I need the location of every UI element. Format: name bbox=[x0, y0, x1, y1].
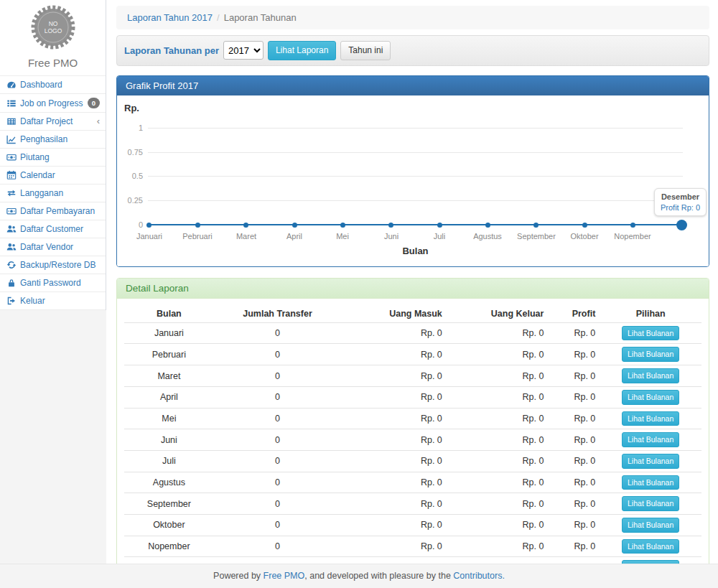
cell-uang-masuk: Rp. 0 bbox=[341, 322, 447, 344]
sidebar-menu: Dashboard Job on Progress 0 Daftar Proje… bbox=[0, 76, 106, 310]
x-axis-label: Bulan bbox=[149, 246, 681, 256]
sidebar-item-job-on-progress[interactable]: Job on Progress 0 bbox=[0, 94, 106, 113]
cell-jumlah-transfer: 0 bbox=[214, 493, 341, 515]
sidebar-item-daftar-project[interactable]: Daftar Project ‹ bbox=[0, 113, 106, 131]
view-month-button[interactable]: Lihat Bulanan bbox=[622, 454, 679, 469]
sidebar-item-langganan[interactable]: Langganan bbox=[0, 185, 106, 202]
col-header-uang-keluar: Uang Keluar bbox=[447, 305, 549, 323]
data-point bbox=[533, 223, 538, 228]
cell-uang-masuk: Rp. 0 bbox=[341, 344, 447, 365]
view-month-button[interactable]: Lihat Bulanan bbox=[622, 432, 679, 447]
gridline bbox=[148, 200, 683, 201]
sidebar-item-label: Keluar bbox=[20, 296, 45, 306]
table-row: Maret 0 Rp. 0 Rp. 0 Rp. 0 Lihat Bulanan bbox=[124, 365, 701, 387]
table-row: Juli 0 Rp. 0 Rp. 0 Rp. 0 Lihat Bulanan bbox=[124, 450, 701, 472]
table-icon bbox=[6, 116, 17, 126]
data-point bbox=[195, 223, 200, 228]
sidebar-item-label: Langganan bbox=[20, 188, 63, 198]
cell-bulan: Oktober bbox=[124, 514, 214, 536]
view-month-button[interactable]: Lihat Bulanan bbox=[622, 368, 679, 383]
sidebar-item-daftar-pembayaran[interactable]: Daftar Pembayaran bbox=[0, 202, 106, 220]
data-point bbox=[243, 223, 248, 228]
y-tick-label: 0.5 bbox=[118, 172, 143, 180]
no-logo-badge: NO LOGO bbox=[31, 5, 75, 50]
cell-profit: Rp. 0 bbox=[548, 408, 600, 429]
x-tick-label: Oktober bbox=[559, 232, 610, 241]
view-month-button[interactable]: Lihat Bulanan bbox=[622, 390, 679, 405]
cell-uang-keluar: Rp. 0 bbox=[447, 429, 549, 451]
cell-uang-keluar: Rp. 0 bbox=[447, 408, 549, 429]
sidebar-item-piutang[interactable]: Piutang bbox=[0, 149, 106, 167]
footer-text: , and developed with pleasure by the bbox=[304, 571, 453, 581]
x-tick-label: Agustus bbox=[462, 232, 513, 241]
sidebar-item-dashboard[interactable]: Dashboard bbox=[0, 76, 106, 94]
footer-brand-link[interactable]: Free PMO bbox=[264, 571, 305, 581]
view-month-button[interactable]: Lihat Bulanan bbox=[622, 496, 679, 511]
detail-panel-title: Detail Laporan bbox=[117, 279, 709, 299]
footer-contributors-link[interactable]: Contributors. bbox=[453, 571, 505, 581]
cell-profit: Rp. 0 bbox=[548, 429, 600, 451]
breadcrumb: Laporan Tahun 2017/Laporan Tahunan bbox=[116, 6, 709, 29]
brand-name: Free PMO bbox=[0, 57, 106, 69]
svg-text:NO: NO bbox=[48, 20, 57, 27]
sidebar-item-backup-restore[interactable]: Backup/Restore DB bbox=[0, 256, 106, 274]
x-tick-label: Nopember bbox=[607, 232, 658, 241]
sidebar-item-daftar-vendor[interactable]: Daftar Vendor bbox=[0, 238, 106, 256]
tooltip-month: Desember bbox=[661, 192, 700, 201]
x-tick-label: Mei bbox=[317, 232, 368, 241]
cell-profit: Rp. 0 bbox=[548, 322, 600, 344]
cell-bulan: Pebruari bbox=[124, 344, 214, 365]
col-header-uang-masuk: Uang Masuk bbox=[341, 305, 447, 323]
sidebar-item-daftar-customer[interactable]: Daftar Customer bbox=[0, 220, 106, 238]
cell-profit: Rp. 0 bbox=[548, 450, 600, 472]
breadcrumb-link-laporan-tahun[interactable]: Laporan Tahun 2017 bbox=[127, 12, 213, 23]
cell-bulan: Mei bbox=[124, 408, 214, 429]
table-row: Januari 0 Rp. 0 Rp. 0 Rp. 0 Lihat Bulana… bbox=[124, 322, 701, 344]
cell-uang-masuk: Rp. 0 bbox=[341, 536, 447, 557]
year-select[interactable]: 2017 bbox=[223, 41, 264, 60]
profit-line-chart: Rp. 1 0.75 0.5 0.25 0 Januari bbox=[117, 95, 709, 266]
cell-uang-keluar: Rp. 0 bbox=[447, 386, 549, 408]
view-month-button[interactable]: Lihat Bulanan bbox=[622, 347, 679, 362]
x-tick-label: April bbox=[269, 232, 320, 241]
sidebar-item-label: Penghasilan bbox=[20, 134, 67, 144]
cell-profit: Rp. 0 bbox=[548, 472, 600, 493]
gridline bbox=[148, 176, 683, 177]
data-point-highlighted[interactable] bbox=[676, 220, 687, 230]
exchange-icon bbox=[6, 188, 17, 198]
sidebar-item-calendar[interactable]: Calendar bbox=[0, 167, 106, 185]
line-chart-icon bbox=[6, 134, 17, 144]
cell-jumlah-transfer: 0 bbox=[214, 536, 341, 557]
table-row: Oktober 0 Rp. 0 Rp. 0 Rp. 0 Lihat Bulana… bbox=[124, 514, 701, 536]
x-tick-label: Pebruari bbox=[172, 232, 223, 241]
cell-uang-keluar: Rp. 0 bbox=[447, 365, 549, 387]
y-tick-label: 0.75 bbox=[118, 148, 143, 157]
cell-uang-keluar: Rp. 0 bbox=[447, 514, 549, 536]
view-month-button[interactable]: Lihat Bulanan bbox=[622, 518, 679, 533]
cell-uang-masuk: Rp. 0 bbox=[341, 514, 447, 536]
view-month-button[interactable]: Lihat Bulanan bbox=[622, 539, 679, 554]
cell-uang-masuk: Rp. 0 bbox=[341, 450, 447, 472]
cell-bulan: September bbox=[124, 493, 214, 515]
sign-out-icon bbox=[6, 296, 17, 306]
sidebar-item-label: Backup/Restore DB bbox=[20, 260, 95, 270]
view-report-button[interactable]: Lihat Laporan bbox=[268, 41, 336, 60]
cell-jumlah-transfer: 0 bbox=[214, 514, 341, 536]
job-count-badge: 0 bbox=[88, 98, 100, 108]
profit-chart-panel: Grafik Profit 2017 Rp. 1 0.75 0.5 0.25 0 bbox=[116, 75, 709, 267]
cell-profit: Rp. 0 bbox=[548, 536, 600, 557]
profit-series-line bbox=[149, 224, 681, 225]
view-month-button[interactable]: Lihat Bulanan bbox=[622, 326, 679, 341]
this-year-button[interactable]: Tahun ini bbox=[340, 41, 391, 60]
cell-bulan: Juni bbox=[124, 429, 214, 451]
report-filter-label: Laporan Tahunan per bbox=[124, 45, 219, 56]
cell-jumlah-transfer: 0 bbox=[214, 365, 341, 387]
view-month-button[interactable]: Lihat Bulanan bbox=[622, 411, 679, 426]
view-month-button[interactable]: Lihat Bulanan bbox=[622, 475, 679, 490]
col-header-jumlah-transfer: Jumlah Transfer bbox=[214, 305, 341, 323]
monthly-report-table: Bulan Jumlah Transfer Uang Masuk Uang Ke… bbox=[124, 305, 701, 588]
sidebar-item-keluar[interactable]: Keluar bbox=[0, 292, 106, 310]
dashboard-icon bbox=[6, 80, 17, 90]
sidebar-item-ganti-password[interactable]: Ganti Password bbox=[0, 274, 106, 292]
sidebar-item-penghasilan[interactable]: Penghasilan bbox=[0, 131, 106, 149]
